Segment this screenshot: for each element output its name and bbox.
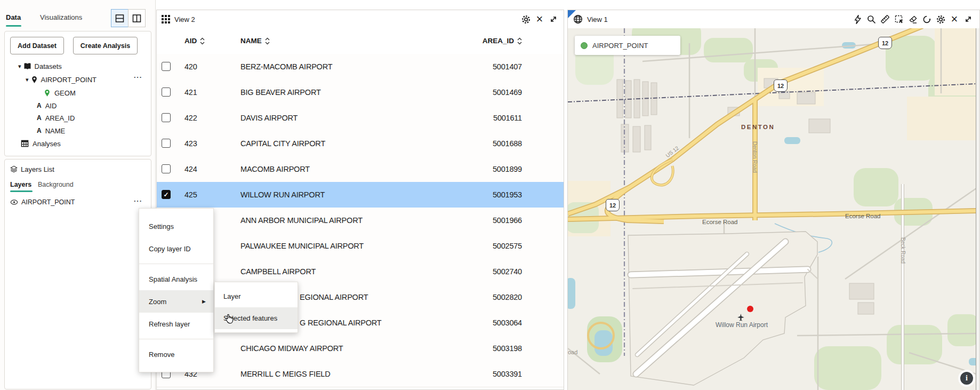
- tree-item-geom[interactable]: GEOM: [44, 87, 76, 98]
- menu-item-settings[interactable]: Settings: [139, 215, 213, 237]
- add-dataset-button[interactable]: Add Dataset: [10, 37, 64, 54]
- refresh-rotate-icon[interactable]: [920, 12, 934, 26]
- tab-background[interactable]: Background: [38, 181, 74, 188]
- menu-item-zoom[interactable]: Zoom▶: [139, 290, 213, 313]
- close-icon[interactable]: ×: [947, 12, 961, 26]
- tab-data[interactable]: Data: [6, 13, 21, 21]
- menu-divider: [139, 339, 213, 339]
- map-label-denton-road: Denton Road: [752, 141, 758, 173]
- map-label-town: DENTON: [741, 124, 775, 130]
- dataset-overflow-menu-button[interactable]: ···: [134, 73, 142, 81]
- caret-down-icon[interactable]: ▾: [18, 63, 21, 70]
- eraser-icon[interactable]: [906, 12, 920, 26]
- create-analysis-button[interactable]: Create Analysis: [73, 37, 138, 54]
- layers-card: Layers List Layers Background AIRPORT_PO…: [4, 159, 151, 389]
- expand-icon[interactable]: [547, 12, 560, 26]
- route-shield-12: 12: [774, 79, 788, 92]
- split-horizontal-icon: [115, 14, 124, 23]
- sort-icon[interactable]: [200, 37, 205, 45]
- tree-item-analyses[interactable]: Analyses: [21, 138, 61, 149]
- legend-label: AIRPORT_POINT: [592, 42, 648, 50]
- menu-item-remove[interactable]: Remove: [139, 343, 213, 365]
- map-scrollbar[interactable]: [976, 28, 979, 390]
- menu-item-refresh-layer[interactable]: Refresh layer: [139, 313, 213, 335]
- text-field-icon: A: [37, 127, 42, 134]
- split-vertical-icon: [132, 14, 141, 23]
- layer-overflow-menu-button[interactable]: ···: [134, 197, 142, 205]
- zoom-submenu: Layer Selected features: [214, 282, 298, 333]
- menu-divider: [139, 264, 213, 264]
- table-view-header: View 2 ×: [157, 10, 564, 29]
- expand-icon[interactable]: [961, 12, 975, 26]
- row-checkbox[interactable]: [162, 87, 171, 97]
- layers-list-title: Layers List: [21, 165, 54, 173]
- map-info-button[interactable]: i: [960, 372, 973, 385]
- column-header-name[interactable]: NAME: [240, 37, 270, 45]
- menu-item-spatial-analysis[interactable]: Spatial Analysis: [139, 268, 213, 290]
- active-tab-underline: [10, 190, 33, 192]
- layer-context-menu: Settings Copy layer ID Spatial Analysis …: [139, 208, 214, 372]
- row-checkbox[interactable]: [162, 113, 171, 122]
- submenu-item-layer[interactable]: Layer: [215, 285, 298, 307]
- column-header-aid[interactable]: AID: [184, 37, 205, 45]
- eye-icon[interactable]: [10, 199, 18, 205]
- tab-visualizations[interactable]: Visualizations: [40, 13, 82, 21]
- map-canvas[interactable]: AIRPORT_POINT 12 12 12 DENTON US 12 Ecor…: [568, 28, 976, 390]
- table-column-header: AID NAME AREA_ID: [157, 28, 564, 54]
- table-row-selected[interactable]: ✓425WILLOW RUN AIRPORT5001953: [157, 182, 564, 208]
- table-row[interactable]: 423CAPITAL CITY AIRPORT5001688: [157, 131, 564, 157]
- map-view-header: View 1 ×: [568, 10, 979, 29]
- tree-item-aid[interactable]: A AID: [37, 100, 57, 111]
- measure-ruler-icon[interactable]: [878, 12, 892, 26]
- submenu-item-selected-features[interactable]: Selected features: [215, 307, 298, 329]
- tree-label: Analyses: [33, 140, 61, 148]
- column-header-area-id[interactable]: AREA_ID: [447, 37, 522, 45]
- sort-icon[interactable]: [265, 37, 270, 45]
- sort-icon[interactable]: [517, 37, 522, 45]
- map-view-title: View 1: [587, 15, 608, 23]
- tree-item-name[interactable]: A NAME: [37, 125, 65, 136]
- table-view-title: View 2: [174, 15, 195, 23]
- settings-gear-icon[interactable]: [934, 12, 947, 26]
- selected-feature-point[interactable]: [747, 306, 753, 312]
- tree-item-airport-point[interactable]: ▾ AIRPORT_POINT: [26, 74, 97, 85]
- map-label-airport: Willow Run Airport: [709, 321, 775, 329]
- tree-label: AREA_ID: [45, 114, 75, 122]
- row-checkbox-checked[interactable]: ✓: [162, 190, 171, 199]
- row-checkbox[interactable]: [162, 139, 171, 148]
- caret-down-icon[interactable]: ▾: [26, 76, 29, 83]
- layers-icon: [10, 165, 18, 173]
- location-pin-icon: [31, 76, 38, 84]
- text-field-icon: A: [37, 102, 42, 109]
- table-row[interactable]: 420BERZ-MACOMB AIRPORT5001407: [157, 54, 564, 80]
- interactions-bolt-icon[interactable]: [850, 12, 864, 26]
- analyses-icon: [21, 140, 29, 147]
- table-row[interactable]: ANN ARBOR MUNICIPAL AIRPORT5001966: [157, 208, 564, 234]
- tree-item-datasets[interactable]: ▾ Datasets: [18, 61, 62, 71]
- active-tab-underline: [6, 25, 21, 27]
- menu-item-copy-layer-id[interactable]: Copy layer ID: [139, 237, 213, 260]
- table-row[interactable]: CHICAGO MIDWAY AIRPORT5003198: [157, 336, 564, 362]
- settings-gear-icon[interactable]: [519, 12, 533, 26]
- layout-split-vertical-button[interactable]: [128, 9, 146, 27]
- table-row[interactable]: CAMPBELL AIRPORT5002740: [157, 259, 564, 285]
- table-row[interactable]: 424MACOMB AIRPORT5001899: [157, 156, 564, 182]
- map-label-partial-road: oad: [568, 349, 577, 355]
- close-icon[interactable]: ×: [533, 12, 547, 26]
- row-checkbox[interactable]: [162, 164, 171, 173]
- table-row[interactable]: 422DAVIS AIRPORT5001611: [157, 105, 564, 131]
- tree-label: NAME: [45, 127, 66, 135]
- table-row[interactable]: 432MERRILL C MEIGS FIELD5003391: [157, 361, 564, 387]
- layer-item-airport-point[interactable]: AIRPORT_POINT: [10, 197, 75, 208]
- text-field-icon: A: [37, 114, 42, 122]
- table-row[interactable]: 421BIG BEAVER AIRPORT5001469: [157, 79, 564, 106]
- route-shield-12: 12: [878, 37, 892, 49]
- layout-split-horizontal-button[interactable]: [111, 9, 128, 27]
- book-icon: [23, 62, 31, 70]
- rectangle-select-icon[interactable]: [892, 12, 906, 26]
- search-zoom-icon[interactable]: [864, 12, 878, 26]
- tab-layers[interactable]: Layers: [10, 181, 31, 188]
- row-checkbox[interactable]: [162, 62, 171, 71]
- tree-item-area-id[interactable]: A AREA_ID: [37, 113, 75, 123]
- table-row[interactable]: PALWAUKEE MUNICIPAL AIRPORT5002575: [157, 233, 564, 259]
